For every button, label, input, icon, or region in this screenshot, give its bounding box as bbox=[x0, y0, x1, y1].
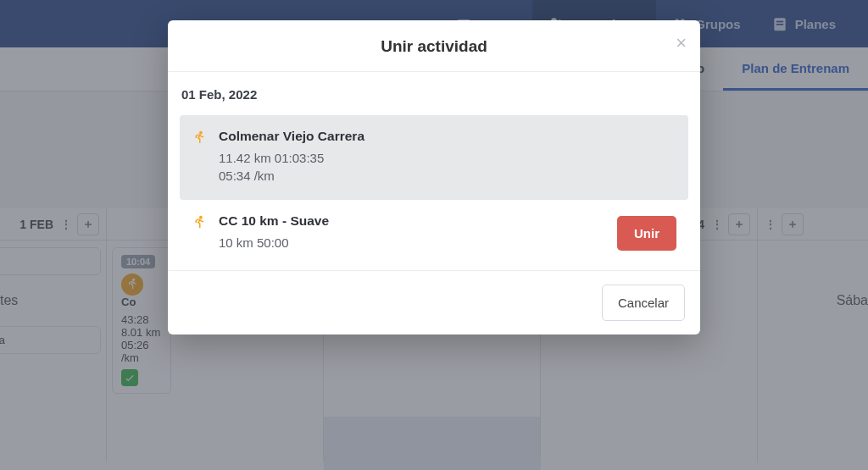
activity-stat: 05:34 /km bbox=[219, 169, 676, 183]
running-icon bbox=[192, 213, 210, 253]
merge-activity-modal: Unir actividad × 01 Feb, 2022 Colmenar V… bbox=[168, 20, 700, 335]
activity-title: Colmenar Viejo Carrera bbox=[219, 129, 676, 144]
cancel-button[interactable]: Cancelar bbox=[602, 285, 685, 321]
activity-option[interactable]: CC 10 km - Suave 10 km 50:00 Unir bbox=[180, 200, 688, 267]
modal-backdrop[interactable]: Unir actividad × 01 Feb, 2022 Colmenar V… bbox=[0, 0, 868, 470]
activity-option-selected[interactable]: Colmenar Viejo Carrera 11.42 km 01:03:35… bbox=[180, 115, 688, 200]
activity-stat: 11.42 km 01:03:35 bbox=[219, 151, 676, 165]
close-icon[interactable]: × bbox=[676, 32, 687, 54]
modal-date: 01 Feb, 2022 bbox=[181, 87, 688, 102]
join-button[interactable]: Unir bbox=[617, 216, 676, 251]
running-icon bbox=[192, 129, 210, 186]
activity-title: CC 10 km - Suave bbox=[219, 213, 617, 229]
activity-stat: 10 km 50:00 bbox=[219, 235, 617, 250]
modal-title: Unir actividad bbox=[168, 37, 700, 56]
